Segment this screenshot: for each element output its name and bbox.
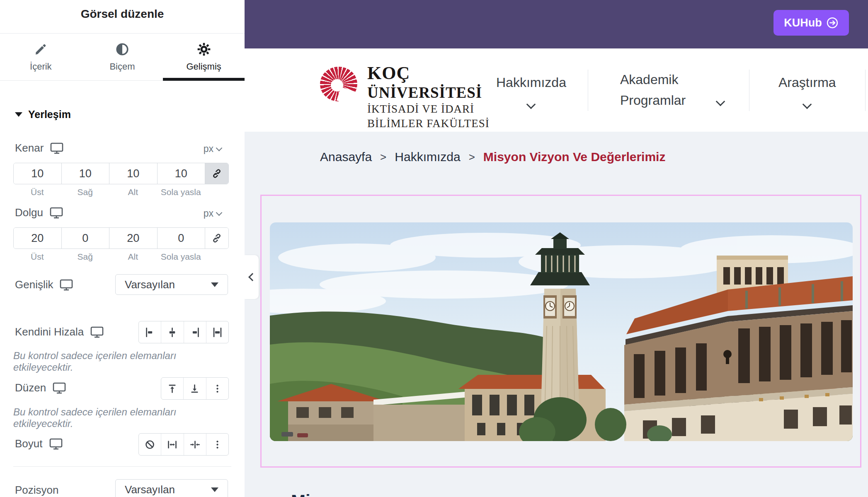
duzen-label-row: Düzen bbox=[15, 381, 66, 394]
device-desktop-icon[interactable] bbox=[50, 207, 63, 219]
genislik-label: Genişlik bbox=[15, 278, 53, 291]
logo-line2: ÜNİVERSİTESİ bbox=[367, 85, 490, 100]
kenar-bottom-input[interactable] bbox=[109, 163, 158, 184]
tab-icerik[interactable]: İçerik bbox=[0, 34, 82, 80]
university-logo[interactable]: KOÇ ÜNİVERSİTESİ İKTİSADİ VE İDARİ BİLİM… bbox=[320, 64, 490, 129]
order-group bbox=[161, 377, 229, 400]
size-grow-button[interactable] bbox=[161, 434, 184, 455]
sublabel: Üst bbox=[13, 187, 61, 197]
section-divider bbox=[13, 466, 231, 467]
contrast-icon bbox=[115, 42, 129, 56]
kenar-left-input[interactable] bbox=[158, 163, 206, 184]
control-note: Bu kontrol sadece içerilen elemanları et… bbox=[13, 350, 229, 373]
chevron-down-icon bbox=[216, 145, 223, 152]
circle-arrow-right-icon bbox=[826, 17, 839, 29]
size-shrink-button[interactable] bbox=[184, 434, 206, 455]
breadcrumb-current: Misyon Vizyon Ve Değerlerimiz bbox=[483, 150, 666, 164]
settings-panel: Görsel düzenle İçerik Biçem bbox=[0, 0, 245, 497]
pozisyon-select[interactable]: Varsayılan bbox=[115, 479, 228, 497]
dolgu-unit-select[interactable]: px bbox=[204, 208, 221, 219]
chevron-down-icon bbox=[216, 210, 223, 216]
section-yerlesim[interactable]: Yerleşim bbox=[15, 109, 71, 121]
campus-photo-illustration bbox=[270, 222, 853, 441]
dolgu-top-input[interactable] bbox=[14, 228, 62, 248]
device-desktop-icon[interactable] bbox=[50, 142, 63, 154]
sublabel: Alt bbox=[109, 187, 157, 197]
kenar-right-input[interactable] bbox=[62, 163, 110, 184]
kuhub-label: KUHub bbox=[784, 17, 822, 29]
dolgu-bottom-input[interactable] bbox=[109, 228, 158, 248]
unit-value: px bbox=[204, 143, 213, 154]
control-note: Bu kontrol sadece içerilen elemanları et… bbox=[13, 406, 229, 429]
kenar-link-values-button[interactable] bbox=[205, 163, 228, 184]
breadcrumb-hakkimizda[interactable]: Hakkımızda bbox=[395, 150, 460, 164]
campus-photo[interactable] bbox=[270, 222, 853, 441]
page-preview: KUHub KOÇ ÜNİVERSİTESİ İKTİSADİ VE İDARİ… bbox=[245, 0, 868, 497]
boyut-label: Boyut bbox=[15, 437, 43, 450]
kenar-sublabels: Üst Sağ Alt Sola yasla bbox=[13, 187, 205, 197]
dolgu-link-values-button[interactable] bbox=[205, 228, 228, 248]
select-value: Varsayılan bbox=[125, 278, 175, 291]
breadcrumb-separator: > bbox=[380, 151, 386, 164]
kenar-top-input[interactable] bbox=[14, 163, 62, 184]
logo-text: KOÇ ÜNİVERSİTESİ İKTİSADİ VE İDARİ BİLİM… bbox=[367, 64, 490, 129]
kenar-inputs bbox=[13, 163, 229, 184]
order-end-button[interactable] bbox=[184, 378, 206, 399]
device-desktop-icon[interactable] bbox=[49, 438, 63, 450]
align-self-group bbox=[138, 321, 229, 343]
kenar-label: Kenar bbox=[15, 142, 44, 154]
tab-label: İçerik bbox=[30, 61, 52, 72]
sublabel: Üst bbox=[13, 252, 61, 262]
breadcrumb-home[interactable]: Anasayfa bbox=[320, 150, 372, 164]
chevron-down-icon bbox=[803, 100, 812, 109]
logo-line4: BİLİMLER FAKÜLTESİ bbox=[367, 118, 490, 129]
select-value: Varsayılan bbox=[125, 483, 175, 496]
order-start-button[interactable] bbox=[161, 378, 184, 399]
dolgu-label: Dolgu bbox=[15, 206, 43, 219]
breadcrumb-separator: > bbox=[469, 151, 475, 164]
device-desktop-icon[interactable] bbox=[90, 326, 104, 338]
pozisyon-label: Pozisyon bbox=[15, 484, 59, 497]
link-icon bbox=[211, 233, 222, 244]
device-desktop-icon[interactable] bbox=[60, 279, 73, 291]
align-start-button[interactable] bbox=[139, 321, 161, 343]
unit-value: px bbox=[204, 208, 213, 219]
dolgu-label-row: Dolgu bbox=[15, 206, 63, 219]
nav-item-arastirma[interactable]: Araştırma bbox=[749, 72, 865, 108]
chevron-left-icon bbox=[248, 273, 257, 281]
nav-item-hakkimizda[interactable]: Hakkımızda bbox=[475, 72, 588, 108]
duzen-label: Düzen bbox=[15, 381, 46, 394]
dolgu-left-input[interactable] bbox=[158, 228, 206, 248]
pencil-icon bbox=[34, 42, 48, 56]
tab-label: Gelişmiş bbox=[187, 61, 221, 72]
genislik-select[interactable]: Varsayılan bbox=[115, 274, 228, 295]
section-collapse-icon bbox=[15, 112, 22, 117]
nav-item-akademik-programlar[interactable]: Akademik Programlar bbox=[588, 70, 749, 111]
nav-label: Hakkımızda bbox=[496, 72, 566, 93]
kuhub-button[interactable]: KUHub bbox=[773, 10, 849, 36]
size-none-button[interactable] bbox=[139, 434, 161, 455]
tab-bicem[interactable]: Biçem bbox=[82, 34, 163, 80]
align-stretch-button[interactable] bbox=[206, 321, 228, 343]
size-more-button[interactable] bbox=[206, 434, 228, 455]
site-navbar: KOÇ ÜNİVERSİTESİ İKTİSADİ VE İDARİ BİLİM… bbox=[245, 48, 868, 132]
size-group bbox=[138, 433, 229, 456]
kenar-label-row: Kenar bbox=[15, 142, 63, 154]
link-icon bbox=[211, 168, 222, 179]
site-topbar: KUHub bbox=[245, 0, 868, 48]
dolgu-sublabels: Üst Sağ Alt Sola yasla bbox=[13, 252, 205, 262]
dolgu-right-input[interactable] bbox=[62, 228, 110, 248]
sublabel: Sola yasla bbox=[157, 252, 205, 262]
kendini-hizala-label: Kendini Hizala bbox=[15, 326, 84, 338]
panel-collapse-handle[interactable] bbox=[245, 255, 259, 299]
tab-gelismis[interactable]: Gelişmiş bbox=[163, 34, 245, 80]
kendini-hizala-label-row: Kendini Hizala bbox=[15, 326, 104, 338]
order-more-button[interactable] bbox=[206, 378, 228, 399]
align-end-button[interactable] bbox=[184, 321, 206, 343]
page-heading-partial: Misyon bbox=[291, 491, 351, 497]
kenar-unit-select[interactable]: px bbox=[204, 143, 221, 154]
device-desktop-icon[interactable] bbox=[53, 382, 66, 394]
sublabel: Sola yasla bbox=[157, 187, 205, 197]
align-center-button[interactable] bbox=[161, 321, 184, 343]
logo-line3: İKTİSADİ VE İDARİ bbox=[367, 104, 490, 115]
